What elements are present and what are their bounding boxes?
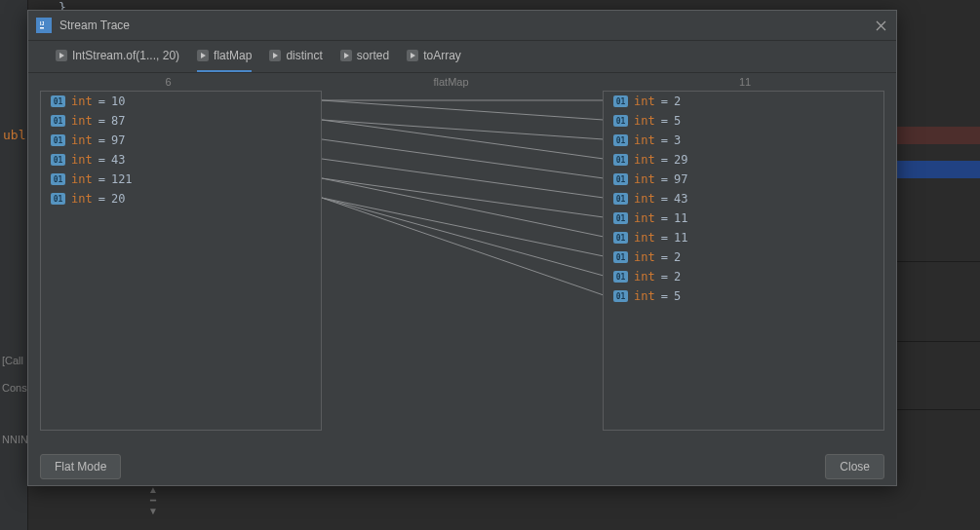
tab-bar: IntStream.of(1..., 20)flatMapdistinctsor… [28,41,896,73]
int-badge-icon: 01 [613,232,628,244]
int-badge-icon: 01 [613,193,628,205]
int-badge-icon: 01 [51,134,65,146]
int-badge-icon: 01 [613,115,628,127]
tab-toarray[interactable]: toArray [407,41,461,72]
step-icon [340,50,352,61]
item-value: 10 [111,95,125,108]
output-panel: 01int = 201int = 501int = 301int = 2901i… [603,91,884,431]
svg-line-18 [322,198,604,295]
trace-panels: 01int = 1001int = 8701int = 9701int = 43… [40,91,884,431]
trace-item[interactable]: 01int = 2 [604,267,883,286]
trace-item[interactable]: 01int = 43 [41,150,321,170]
item-value: 2 [674,95,681,108]
int-badge-icon: 01 [613,95,628,107]
flat-mode-button[interactable]: Flat Mode [40,454,121,479]
trace-item[interactable]: 01int = 5 [604,286,883,306]
item-type: int [634,270,655,284]
input-panel: 01int = 1001int = 8701int = 9701int = 43… [40,91,322,431]
close-icon[interactable] [873,18,888,33]
item-value: 121 [111,172,133,186]
item-type: int [634,192,655,206]
trace-item[interactable]: 01int = 87 [41,111,321,131]
item-value: 2 [674,270,681,284]
int-badge-icon: 01 [613,251,628,263]
trace-item[interactable]: 01int = 3 [604,131,883,150]
item-value: 11 [674,231,687,245]
item-value: 29 [674,153,687,167]
trace-item[interactable]: 01int = 43 [604,189,883,208]
svg-line-12 [322,139,604,178]
dialog-footer: Flat Mode Close [28,448,896,485]
tab-flatmap[interactable]: flatMap [197,41,252,72]
dialog-titlebar: IJ Stream Trace [28,11,896,41]
int-badge-icon: 01 [51,95,65,107]
svg-line-14 [322,178,604,217]
item-type: int [634,95,655,108]
tab-label: IntStream.of(1..., 20) [72,49,179,62]
svg-line-9 [322,100,604,120]
step-icon [56,50,67,61]
trace-item[interactable]: 01int = 29 [604,150,883,170]
svg-line-11 [322,120,604,159]
trace-item[interactable]: 01int = 5 [604,111,883,131]
int-badge-icon: 01 [613,290,628,302]
item-type: int [634,133,655,147]
item-type: int [634,211,655,225]
int-badge-icon: 01 [613,154,628,166]
tab-sorted[interactable]: sorted [340,41,389,72]
item-value: 87 [111,114,125,128]
trace-item[interactable]: 01int = 20 [41,189,321,208]
editor-keyword: ubl [3,128,25,142]
item-value: 97 [111,133,125,147]
int-badge-icon: 01 [51,115,65,127]
int-badge-icon: 01 [51,154,65,166]
scroll-arrows[interactable]: ▲━▼ [144,484,162,527]
tab-label: toArray [423,49,461,62]
item-value: 3 [674,133,681,147]
bg-label-callers: [Call [2,355,23,366]
tab-label: flatMap [214,49,252,62]
trace-item[interactable]: 01int = 2 [604,247,883,267]
item-value: 11 [674,211,687,225]
item-value: 5 [674,289,681,303]
item-value: 97 [674,172,687,186]
item-type: int [634,172,655,186]
connection-lines [322,91,604,429]
item-type: int [71,153,93,167]
item-value: 43 [111,153,125,167]
int-badge-icon: 01 [51,193,65,205]
step-icon [269,50,281,61]
item-value: 5 [674,114,681,128]
bg-label-running: NNIN [2,434,28,445]
dialog-title: Stream Trace [59,19,130,32]
step-icon [407,50,418,61]
item-type: int [71,114,93,128]
trace-item[interactable]: 01int = 97 [604,170,883,189]
item-value: 2 [674,250,681,264]
item-type: int [634,153,655,167]
svg-rect-1 [40,27,44,29]
item-type: int [71,192,93,206]
trace-item[interactable]: 01int = 11 [604,228,883,247]
stream-trace-dialog: IJ Stream Trace IntStream.of(1..., 20)fl… [27,10,897,486]
int-badge-icon: 01 [613,173,628,185]
svg-line-10 [322,120,604,139]
item-value: 43 [674,192,687,206]
tab-intstreamof[interactable]: IntStream.of(1..., 20) [56,41,179,72]
trace-item[interactable]: 01int = 2 [604,92,883,111]
item-type: int [634,250,655,264]
step-icon [197,50,209,61]
stage-label: flatMap [308,76,594,88]
int-badge-icon: 01 [613,271,628,283]
int-badge-icon: 01 [51,173,65,185]
trace-item[interactable]: 01int = 97 [41,131,321,150]
int-badge-icon: 01 [613,212,628,224]
tab-label: distinct [286,49,322,62]
close-button[interactable]: Close [825,454,884,479]
svg-line-17 [322,198,604,276]
left-count: 6 [28,76,308,88]
trace-item[interactable]: 01int = 121 [41,170,321,189]
trace-item[interactable]: 01int = 11 [604,208,883,228]
tab-distinct[interactable]: distinct [269,41,322,72]
trace-item[interactable]: 01int = 10 [41,92,321,111]
